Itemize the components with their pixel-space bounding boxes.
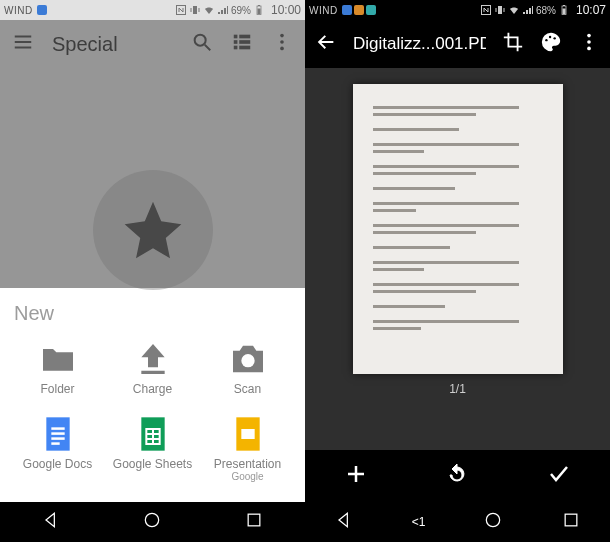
nav-back-text: <1 [412, 515, 426, 529]
carrier-label: WIND [309, 5, 338, 16]
google-slides-button[interactable]: Presentation Google [202, 408, 293, 488]
nav-home-icon[interactable] [483, 510, 503, 534]
google-docs-button[interactable]: Google Docs [12, 408, 103, 488]
upload-button[interactable]: Charge [107, 333, 198, 402]
svg-point-45 [587, 47, 591, 51]
svg-point-42 [553, 37, 555, 39]
svg-point-40 [545, 39, 547, 41]
nav-bar [0, 502, 305, 542]
status-bar: WIND 68% 10:07 [305, 0, 610, 20]
palette-icon[interactable] [540, 31, 562, 57]
sheet-title: New [14, 302, 291, 325]
svg-point-46 [487, 513, 500, 526]
status-dot-icon [354, 5, 364, 15]
nav-home-icon[interactable] [142, 510, 162, 534]
add-page-button[interactable] [344, 462, 368, 490]
scan-button[interactable]: Scan [202, 333, 293, 402]
back-icon[interactable] [315, 31, 337, 57]
docs-icon [35, 414, 81, 454]
status-dot-icon [342, 5, 352, 15]
svg-point-31 [146, 513, 159, 526]
nfc-icon [175, 4, 187, 16]
folder-icon [35, 339, 81, 379]
battery-percent: 69% [231, 5, 251, 16]
svg-rect-5 [258, 5, 260, 6]
svg-rect-30 [241, 429, 254, 439]
status-dot-icon [366, 5, 376, 15]
document-preview-area[interactable]: 1/1 [305, 68, 610, 450]
svg-rect-39 [562, 9, 565, 15]
scan-toolbar: Digitalizz...001.PDF [305, 20, 610, 68]
svg-point-18 [241, 354, 254, 367]
svg-point-44 [587, 40, 591, 44]
page-indicator: 1/1 [449, 382, 466, 396]
new-sheet: New Folder Charge Scan Google Docs [0, 288, 305, 502]
scanned-page [353, 84, 563, 374]
svg-rect-32 [248, 514, 260, 526]
svg-rect-23 [51, 442, 59, 445]
vibrate-icon [494, 4, 506, 16]
svg-rect-6 [257, 9, 260, 15]
svg-rect-38 [563, 5, 565, 6]
battery-percent: 68% [536, 5, 556, 16]
overflow-icon[interactable] [578, 31, 600, 57]
svg-rect-20 [51, 427, 64, 430]
clock: 10:00 [271, 3, 301, 17]
nav-back-icon[interactable] [41, 510, 61, 534]
signal-icon [522, 4, 534, 16]
svg-rect-34 [498, 6, 502, 14]
nav-recent-icon[interactable] [244, 510, 264, 534]
left-screen: WIND 69% 10:00 Special [0, 0, 305, 542]
battery-icon [558, 4, 570, 16]
signal-icon [217, 4, 229, 16]
status-bar: WIND 69% 10:00 [0, 0, 305, 20]
upload-icon [130, 339, 176, 379]
wifi-icon [508, 4, 520, 16]
nfc-icon [480, 4, 492, 16]
nav-recent-icon[interactable] [561, 510, 581, 534]
slides-icon [225, 414, 271, 454]
svg-rect-1 [193, 6, 197, 14]
camera-icon [225, 339, 271, 379]
carrier-label: WIND [4, 5, 33, 16]
scan-action-bar [305, 450, 610, 502]
new-folder-button[interactable]: Folder [12, 333, 103, 402]
svg-point-41 [549, 36, 551, 38]
drive-main-area: Special [0, 20, 305, 288]
nav-bar: <1 [305, 502, 610, 542]
svg-rect-21 [51, 432, 64, 435]
svg-rect-22 [51, 437, 64, 440]
retake-button[interactable] [445, 462, 469, 490]
scrim-overlay[interactable] [0, 20, 305, 288]
status-icons: 68% 10:07 [376, 3, 606, 17]
document-title: Digitalizz...001.PDF [353, 34, 486, 54]
google-sheets-button[interactable]: Google Sheets [107, 408, 198, 488]
battery-icon [253, 4, 265, 16]
clock: 10:07 [576, 3, 606, 17]
right-screen: WIND 68% 10:07 Digitalizz...001.PDF [305, 0, 610, 542]
svg-point-43 [587, 34, 591, 38]
confirm-button[interactable] [547, 462, 571, 490]
status-icons: 69% 10:00 [47, 3, 301, 17]
crop-icon[interactable] [502, 31, 524, 57]
svg-rect-47 [565, 514, 577, 526]
status-dot-icon [37, 5, 47, 15]
sheets-icon [130, 414, 176, 454]
wifi-icon [203, 4, 215, 16]
vibrate-icon [189, 4, 201, 16]
nav-back-icon[interactable] [334, 510, 354, 534]
